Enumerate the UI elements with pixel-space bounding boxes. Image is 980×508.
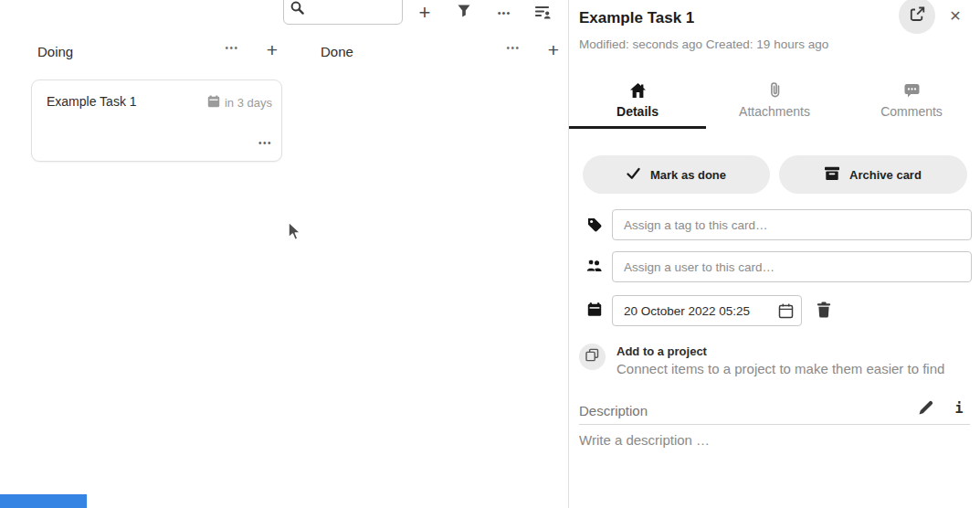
- column-title-doing: Doing: [37, 44, 73, 59]
- add-card-button[interactable]: +: [411, 0, 438, 26]
- tab-attachments[interactable]: Attachments: [706, 77, 843, 129]
- panel-meta: Modified: seconds ago Created: 19 hours …: [579, 37, 828, 51]
- pencil-icon: [919, 400, 933, 418]
- description-info-button[interactable]: i: [950, 397, 968, 419]
- mark-as-done-label: Mark as done: [650, 168, 726, 182]
- tab-details[interactable]: Details: [569, 77, 706, 129]
- board-more-button[interactable]: •••: [490, 0, 518, 26]
- close-panel-button[interactable]: ✕: [943, 3, 968, 28]
- card-due-text: in 3 days: [225, 96, 272, 110]
- archive-icon: [825, 166, 839, 184]
- column-done-add-button[interactable]: +: [542, 39, 565, 61]
- archive-card-label: Archive card: [849, 168, 922, 182]
- column-title-done: Done: [321, 44, 353, 59]
- card-due-badge: in 3 days: [207, 95, 272, 111]
- deck-board-window: + ••• Doing ••• + Done ••• + Example Tas…: [0, 0, 980, 508]
- calendar-filled-icon: [586, 302, 602, 317]
- comment-icon: [904, 81, 920, 98]
- project-icon-circle: [579, 344, 606, 370]
- add-to-project-subtitle: Connect items to a project to make them …: [616, 361, 944, 376]
- users-icon: [586, 259, 602, 272]
- panel-title: Example Task 1: [579, 9, 694, 27]
- project-icon: [585, 348, 599, 365]
- column-done-more-button[interactable]: •••: [501, 43, 525, 53]
- column-doing-add-button[interactable]: +: [260, 39, 284, 61]
- check-icon: [627, 167, 640, 183]
- task-card[interactable]: Example Task 1 in 3 days •••: [31, 79, 282, 162]
- description-label: Description: [579, 403, 648, 418]
- calendar-icon: [207, 95, 220, 111]
- filter-icon: [457, 4, 471, 22]
- assign-tag-input[interactable]: [612, 209, 972, 240]
- archive-card-button[interactable]: Archive card: [779, 155, 967, 194]
- due-date-value: 20 October 2022 05:25: [613, 304, 770, 318]
- search-icon: [290, 1, 304, 18]
- tab-details-label: Details: [616, 104, 659, 119]
- search-box[interactable]: [283, 0, 403, 25]
- mark-as-done-button[interactable]: Mark as done: [583, 155, 770, 194]
- paperclip-icon: [768, 81, 782, 98]
- trash-icon: [817, 302, 831, 322]
- tab-comments-label: Comments: [880, 104, 943, 119]
- tab-attachments-label: Attachments: [739, 104, 810, 119]
- add-to-project-row[interactable]: Add to a project Connect items to a proj…: [579, 344, 944, 376]
- column-doing-more-button[interactable]: •••: [220, 43, 244, 53]
- assign-user-input[interactable]: [612, 251, 972, 282]
- search-input[interactable]: [309, 3, 395, 16]
- assigned-cards-button[interactable]: [530, 0, 557, 26]
- project-texts: Add to a project Connect items to a proj…: [616, 344, 944, 376]
- card-title: Example Task 1: [47, 94, 137, 109]
- home-icon: [630, 81, 646, 98]
- tab-comments[interactable]: Comments: [843, 77, 980, 129]
- card-action-buttons: Mark as done Archive card: [583, 155, 967, 194]
- date-picker-button[interactable]: [770, 296, 801, 325]
- card-more-button[interactable]: •••: [258, 138, 272, 148]
- assigned-cards-icon: [535, 4, 552, 23]
- description-divider: [579, 424, 970, 425]
- tag-icon: [586, 217, 602, 232]
- remove-due-date-button[interactable]: [812, 301, 836, 323]
- filter-button[interactable]: [450, 0, 478, 26]
- edit-description-button[interactable]: [914, 399, 938, 419]
- add-to-project-title: Add to a project: [616, 344, 944, 358]
- mouse-cursor: [287, 221, 305, 247]
- description-placeholder[interactable]: Write a description …: [579, 432, 710, 448]
- panel-tabs: Details Attachments: [569, 77, 980, 129]
- card-detail-panel: Example Task 1 Modified: seconds ago Cre…: [568, 0, 980, 508]
- open-external-icon: [910, 6, 925, 26]
- open-in-window-button[interactable]: [899, 0, 935, 34]
- due-date-field[interactable]: 20 October 2022 05:25: [612, 295, 802, 326]
- status-indicator: [0, 494, 87, 508]
